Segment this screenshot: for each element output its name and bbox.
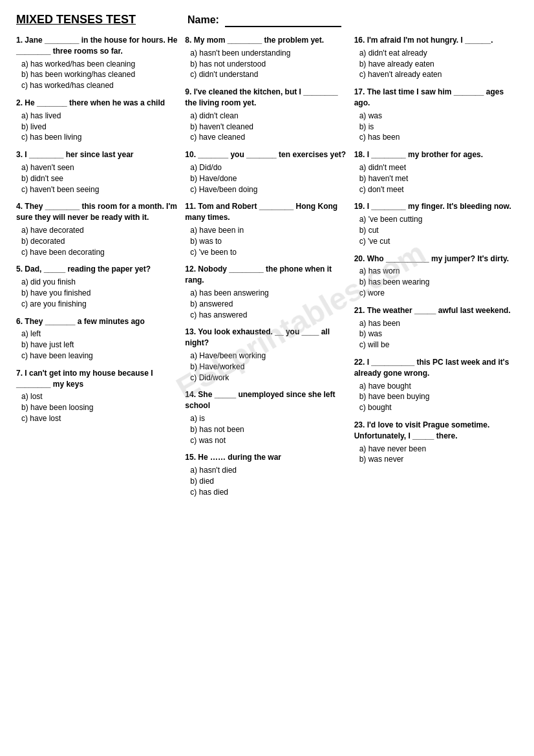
- answer-options: a) have never beenb) was never: [359, 444, 518, 466]
- question-block: 11. Tom and Robert ________ Hong Kong ma…: [185, 201, 348, 257]
- answer-option: c) Have/been doing: [190, 184, 348, 195]
- answer-option: a) 've been cutting: [359, 214, 518, 225]
- answer-option: c) have been leaving: [21, 351, 180, 362]
- column-2: 8. My mom ________ the problem yet.a) ha…: [185, 35, 348, 504]
- answer-options: a) hasn't been understandingb) has not u…: [190, 48, 348, 80]
- question-text: 15. He …… during the war: [185, 452, 348, 463]
- answer-option: b) Have/done: [190, 173, 348, 184]
- answer-option: c) haven't been seeing: [21, 184, 180, 195]
- question-block: 4. They ________ this room for a month. …: [16, 201, 180, 257]
- question-number: 5.: [16, 265, 23, 274]
- question-number: 23.: [354, 420, 365, 429]
- answer-options: a) has wornb) has been wearingc) wore: [359, 266, 518, 298]
- question-number: 22.: [354, 358, 365, 367]
- answer-option: a) haven't seen: [21, 162, 180, 173]
- answer-option: a) has worn: [359, 266, 518, 277]
- question-text: 19. I ________ my finger. It's bleeding …: [354, 201, 518, 212]
- answer-options: a) didn't cleanb) haven't cleanedc) have…: [190, 111, 348, 143]
- question-number: 14.: [185, 390, 196, 399]
- answer-option: b) Have/worked: [190, 362, 348, 373]
- answer-option: c) didn't understand: [190, 69, 348, 80]
- question-number: 11.: [185, 202, 196, 211]
- page-title: MIXED TENSES TEST: [16, 13, 136, 27]
- answer-option: b) is: [359, 122, 518, 133]
- answer-option: b) was never: [359, 454, 518, 465]
- question-number: 17.: [354, 87, 365, 96]
- question-block: 1. Jane ________ in the house for hours.…: [16, 35, 180, 91]
- answer-option: c) have been decorating: [21, 247, 180, 258]
- answer-option: c) 've been to: [190, 247, 348, 258]
- question-text: 18. I ________ my brother for ages.: [354, 149, 518, 160]
- question-block: 9. I've cleaned the kitchen, but I _____…: [185, 87, 348, 143]
- question-block: 13. You look exhausted. __ you ____ all …: [185, 327, 348, 383]
- answer-option: a) has been answering: [190, 288, 348, 299]
- answer-options: a) Have/been workingb) Have/workedc) Did…: [190, 351, 348, 383]
- question-number: 6.: [16, 317, 23, 326]
- question-text: 13. You look exhausted. __ you ____ all …: [185, 327, 348, 349]
- answer-option: a) Did/do: [190, 162, 348, 173]
- question-text: 21. The weather _____ awful last weekend…: [354, 305, 518, 316]
- answer-option: b) has not been: [190, 424, 348, 435]
- answer-option: a) didn't eat already: [359, 48, 518, 59]
- answer-option: c) has worked/has cleaned: [21, 80, 180, 91]
- question-text: 8. My mom ________ the problem yet.: [185, 35, 348, 46]
- question-block: 23. I'd love to visit Prague sometime. U…: [354, 420, 518, 465]
- answer-options: a) 've been cuttingb) cutc) 've cut: [359, 214, 518, 246]
- answer-option: a) have bought: [359, 381, 518, 392]
- question-block: 12. Nobody ________ the phone when it ra…: [185, 264, 348, 320]
- answer-option: a) hasn't been understanding: [190, 48, 348, 59]
- answer-options: a) isb) has not beenc) was not: [190, 413, 348, 446]
- question-text: 7. I can't get into my house because I _…: [16, 368, 180, 390]
- answer-option: c) don't meet: [359, 184, 518, 195]
- question-text: 20. Who __________ my jumper? It's dirty…: [354, 254, 518, 265]
- answer-option: b) cut: [359, 225, 518, 236]
- question-block: 17. The last time I saw him _______ ages…: [354, 87, 518, 143]
- question-block: 22. I __________ this PC last week and i…: [354, 357, 518, 413]
- question-number: 12.: [185, 265, 196, 274]
- answer-option: b) answered: [190, 299, 348, 310]
- answer-options: a) has worked/has been cleaningb) has be…: [21, 59, 180, 91]
- question-block: 19. I ________ my finger. It's bleeding …: [354, 201, 518, 246]
- answer-option: c) bought: [359, 402, 518, 413]
- question-text: 16. I'm afraid I'm not hungry. I ______.: [354, 35, 518, 46]
- question-number: 16.: [354, 36, 365, 45]
- name-label: Name:: [187, 14, 341, 27]
- answer-option: a) is: [190, 413, 348, 424]
- answer-options: a) didn't meetb) haven't metc) don't mee…: [359, 162, 518, 195]
- answer-option: c) wore: [359, 288, 518, 299]
- question-text: 17. The last time I saw him _______ ages…: [354, 87, 518, 109]
- answer-option: b) lived: [21, 122, 180, 133]
- question-number: 1.: [16, 36, 23, 45]
- answer-option: b) have been loosing: [21, 402, 180, 413]
- question-number: 10.: [185, 150, 196, 159]
- question-number: 20.: [354, 254, 365, 263]
- answer-option: a) have been in: [190, 225, 348, 236]
- answer-option: a) has worked/has been cleaning: [21, 59, 180, 70]
- question-text: 5. Dad, _____ reading the paper yet?: [16, 264, 180, 275]
- question-block: 21. The weather _____ awful last weekend…: [354, 305, 518, 351]
- answer-option: c) 've cut: [359, 236, 518, 247]
- question-block: 15. He …… during the wara) hasn't diedb)…: [185, 452, 348, 497]
- answer-options: a) lostb) have been loosingc) have lost: [21, 391, 180, 424]
- answer-option: c) Did/work: [190, 373, 348, 383]
- question-text: 22. I __________ this PC last week and i…: [354, 357, 518, 379]
- answer-options: a) have decoratedb) decoratedc) have bee…: [21, 225, 180, 257]
- answer-option: b) have been buying: [359, 391, 518, 402]
- answer-option: b) has been wearing: [359, 277, 518, 288]
- question-number: 13.: [185, 327, 196, 336]
- question-block: 14. She _____ unemployed since she left …: [185, 389, 348, 446]
- answer-option: a) did you finish: [21, 277, 180, 288]
- answer-option: c) have cleaned: [190, 132, 348, 143]
- answer-option: b) didn't see: [21, 173, 180, 184]
- main-columns: 1. Jane ________ in the house for hours.…: [16, 35, 518, 504]
- answer-option: a) Have/been working: [190, 351, 348, 362]
- question-text: 3. I ________ her since last year: [16, 149, 180, 160]
- question-text: 14. She _____ unemployed since she left …: [185, 389, 348, 411]
- answer-option: c) was not: [190, 435, 348, 446]
- answer-option: a) have never been: [359, 444, 518, 455]
- answer-option: b) was to: [190, 236, 348, 247]
- answer-option: c) has been living: [21, 132, 180, 143]
- question-text: 9. I've cleaned the kitchen, but I _____…: [185, 87, 348, 109]
- question-block: 10. _______ you _______ ten exercises ye…: [185, 149, 348, 195]
- answer-option: a) has lived: [21, 111, 180, 122]
